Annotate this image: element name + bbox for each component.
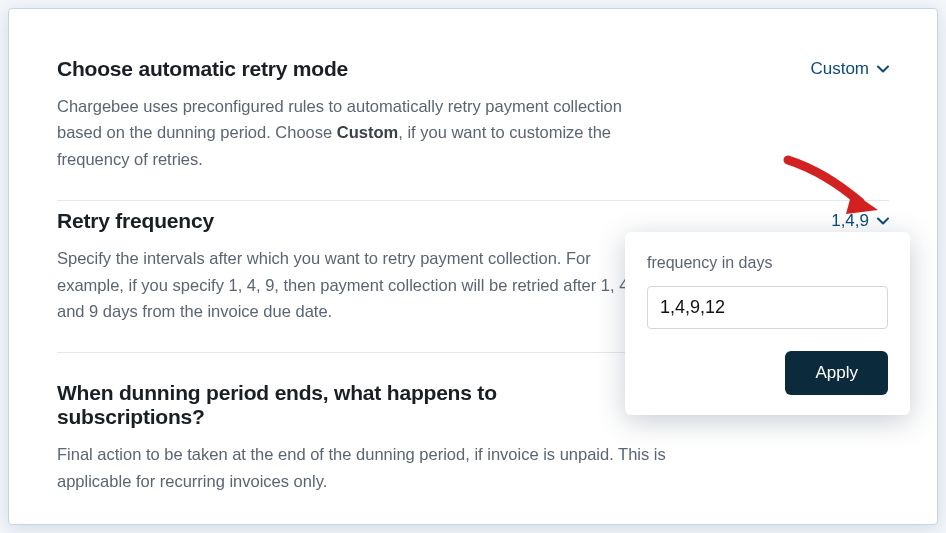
frequency-input[interactable] bbox=[647, 286, 888, 329]
chevron-down-icon bbox=[877, 215, 889, 227]
description-bold: Custom bbox=[337, 123, 398, 141]
section-description-dunning-end: Final action to be taken at the end of t… bbox=[57, 441, 697, 494]
retry-frequency-dropdown[interactable]: 1,4,9 bbox=[831, 211, 889, 231]
section-description-retry-frequency: Specify the intervals after which you wa… bbox=[57, 245, 657, 324]
frequency-popover: frequency in days Apply bbox=[625, 232, 910, 415]
frequency-popover-label: frequency in days bbox=[647, 254, 888, 272]
section-description-retry-mode: Chargebee uses preconfigured rules to au… bbox=[57, 93, 657, 172]
section-title-retry-frequency: Retry frequency bbox=[57, 209, 889, 233]
section-title-dunning-end: When dunning period ends, what happens t… bbox=[57, 381, 577, 429]
retry-mode-dropdown[interactable]: Custom bbox=[810, 59, 889, 79]
retry-frequency-value: 1,4,9 bbox=[831, 211, 869, 231]
popover-actions: Apply bbox=[647, 351, 888, 395]
retry-mode-value: Custom bbox=[810, 59, 869, 79]
chevron-down-icon bbox=[877, 63, 889, 75]
apply-button[interactable]: Apply bbox=[785, 351, 888, 395]
section-title-retry-mode: Choose automatic retry mode bbox=[57, 57, 889, 81]
section-retry-mode: Choose automatic retry mode Chargebee us… bbox=[57, 57, 889, 200]
